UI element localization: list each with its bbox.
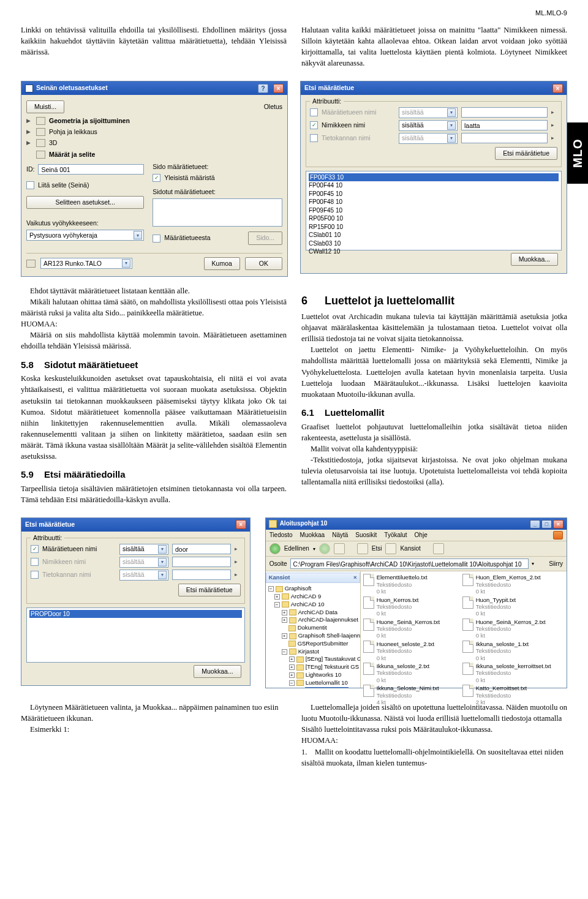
folders-label[interactable]: Kansiot	[400, 544, 420, 554]
tree-node[interactable]: −Luettelomallit 10	[267, 679, 359, 687]
row3-checkbox[interactable]	[31, 571, 39, 579]
file-item[interactable]: Huon_Elem_Kerros_2.txtTekstitiedosto0 kt	[462, 574, 554, 595]
row2-checkbox[interactable]	[31, 558, 39, 566]
sidotut-list[interactable]	[153, 198, 282, 227]
folders-icon[interactable]	[385, 543, 396, 554]
file-item[interactable]: Huone_Seinä_Kerros_2.txtTekstitiedosto0 …	[462, 619, 554, 639]
tree-node[interactable]: +Graphisoft Shell-laajennus	[267, 632, 359, 640]
dropdown-icon[interactable]: ▸	[235, 558, 241, 566]
row3-checkbox[interactable]	[310, 134, 318, 142]
back-label[interactable]: Edellinen	[284, 544, 309, 554]
liita-checkbox[interactable]	[26, 181, 34, 189]
back-icon[interactable]	[270, 543, 281, 554]
file-item[interactable]: Elementtiluettelo.txtTekstitiedosto0 kt	[363, 574, 455, 595]
list-item[interactable]: RP15F00 10	[309, 223, 559, 231]
file-item[interactable]: Ikkuna_seloste_kerroittset.txtTekstitied…	[462, 663, 554, 683]
row3-value[interactable]	[461, 133, 548, 143]
muokkaa-button[interactable]: Muokkaa...	[511, 253, 558, 266]
file-item[interactable]: Huone_Seinä_Kerros.txtTekstitiedosto0 kt	[363, 619, 455, 639]
kumoa-button[interactable]: Kumoa	[204, 257, 240, 270]
row1-op[interactable]: sisältää▾	[399, 107, 458, 118]
row1-value[interactable]: door	[172, 544, 231, 554]
menu-item[interactable]: Suosikit	[355, 531, 377, 540]
result-list[interactable]: FP00F33 10 FP00F44 10 FP00F45 10 FP00F48…	[306, 171, 562, 250]
dropdown-icon[interactable]: ▸	[235, 571, 241, 579]
row1-checkbox[interactable]: ✓	[31, 545, 39, 553]
menu-item[interactable]: Muokkaa	[300, 531, 325, 540]
row2-checkbox[interactable]: ✓	[310, 121, 318, 129]
tree-node[interactable]: +[TEng] Tekstuurit GS 10	[267, 663, 359, 671]
list-item[interactable]: FP00F45 10	[309, 190, 559, 198]
row2-value[interactable]	[172, 557, 231, 567]
file-item[interactable]: Huon_Tyypit.txtTekstitiedosto0 kt	[462, 596, 554, 617]
tree-item[interactable]: 3D	[49, 138, 57, 148]
dropdown-icon[interactable]: ▸	[235, 545, 241, 553]
list-item[interactable]: CSlab01 10	[309, 231, 559, 239]
maximize-button[interactable]: □	[541, 520, 552, 528]
file-item[interactable]: Huoneet_seloste_2.txtTekstitiedosto0 kt	[363, 641, 455, 661]
tree-item[interactable]: Geometria ja sijoittuminen	[49, 116, 130, 126]
tree-node[interactable]: Aloituspohjat 10	[267, 687, 359, 688]
list-item[interactable]: PROPDoor 10	[29, 610, 242, 619]
tree-node[interactable]: Dokumentit	[267, 624, 359, 632]
menu-item[interactable]: Työkalut	[384, 531, 407, 540]
close-button[interactable]: ×	[273, 84, 284, 93]
menu-item[interactable]: Tiedosto	[270, 531, 293, 540]
menu-item[interactable]: Ohje	[415, 531, 428, 540]
expand-icon[interactable]: ▶	[26, 128, 32, 136]
muokkaa-button[interactable]: Muokkaa...	[194, 665, 241, 678]
file-item[interactable]: Ikkuna_seloste_2.txtTekstitiedosto0 kt	[363, 663, 455, 683]
go-icon[interactable]	[537, 560, 546, 568]
etsi-button[interactable]: Etsi määrätietue	[178, 584, 241, 596]
tree-item[interactable]: Määrät ja selite	[49, 150, 95, 159]
row3-op[interactable]: sisältää▾	[399, 133, 458, 144]
tree-node[interactable]: −Graphisoft	[267, 585, 359, 593]
tree-node[interactable]: +ArchiCAD-laajennukset	[267, 616, 359, 624]
etsi-button[interactable]: Etsi määrätietue	[495, 147, 557, 160]
list-item[interactable]: RP05F00 10	[309, 214, 559, 223]
close-button[interactable]: ×	[236, 520, 246, 529]
tree-node[interactable]: +ArchiCAD Data	[267, 609, 359, 617]
up-icon[interactable]	[334, 543, 345, 554]
list-item[interactable]: CSlab03 10	[309, 239, 559, 248]
search-label[interactable]: Etsi	[372, 544, 382, 554]
tree-node[interactable]: +ArchiCAD 9	[267, 593, 359, 601]
folder-tree[interactable]: Kansiot × −Graphisoft+ArchiCAD 9−ArchiCA…	[266, 571, 361, 688]
vaikutus-combo[interactable]: Pystysuora vyöhykeraja ▾	[26, 230, 144, 241]
menu-item[interactable]: Näytä	[332, 531, 348, 540]
list-item[interactable]: FP00F33 10	[309, 173, 559, 182]
footer-combo[interactable]: AR123 Runko.TALO ▾	[40, 258, 132, 269]
tree-node[interactable]: +[SEng] Taustakuvat GS 10	[267, 655, 359, 663]
row3-op[interactable]: sisältää▾	[119, 570, 168, 581]
forward-icon[interactable]	[319, 543, 330, 554]
expand-icon[interactable]: ▶	[26, 117, 32, 125]
tree-node[interactable]: +Lightworks 10	[267, 671, 359, 679]
sido-button[interactable]: Sido...	[248, 231, 282, 244]
close-button[interactable]: ×	[552, 84, 563, 93]
close-tree-icon[interactable]: ×	[353, 574, 357, 582]
address-field[interactable]: C:\Program Files\Graphisoft\ArchiCAD 10\…	[290, 559, 529, 569]
row1-checkbox[interactable]	[310, 108, 318, 116]
tree-node[interactable]: −Kirjastot	[267, 648, 359, 656]
result-list[interactable]: PROPDoor 10	[26, 607, 245, 663]
siirry-label[interactable]: Siirry	[549, 560, 563, 569]
file-item[interactable]: Ikkuna_seloste_1.txtTekstitiedosto0 kt	[462, 641, 554, 661]
dropdown-icon[interactable]: ▸	[551, 134, 557, 142]
search-icon[interactable]	[357, 543, 368, 554]
list-item[interactable]: FP09F45 10	[309, 206, 559, 215]
close-button[interactable]: ×	[553, 520, 564, 528]
dropdown-icon[interactable]: ▸	[551, 108, 557, 116]
list-item[interactable]: FP00F44 10	[309, 181, 559, 190]
row1-op[interactable]: sisältää▾	[119, 544, 168, 555]
row2-op[interactable]: sisältää▾	[119, 557, 168, 568]
file-pane[interactable]: Elementtiluettelo.txtTekstitiedosto0 ktH…	[361, 571, 567, 688]
muisti-button[interactable]: Muisti...	[26, 100, 64, 113]
selitteen-button[interactable]: Selitteen asetukset...	[26, 196, 144, 209]
file-item[interactable]: Huon_Kerros.txtTekstitiedosto0 kt	[363, 596, 455, 617]
row1-value[interactable]	[461, 107, 548, 118]
help-button[interactable]: ?	[258, 84, 268, 93]
tree-item[interactable]: Pohja ja leikkaus	[49, 127, 97, 137]
expand-icon[interactable]: ▶	[26, 139, 32, 147]
yleis-checkbox[interactable]: ✓	[153, 174, 160, 182]
dropdown-icon[interactable]: ▸	[551, 121, 557, 129]
